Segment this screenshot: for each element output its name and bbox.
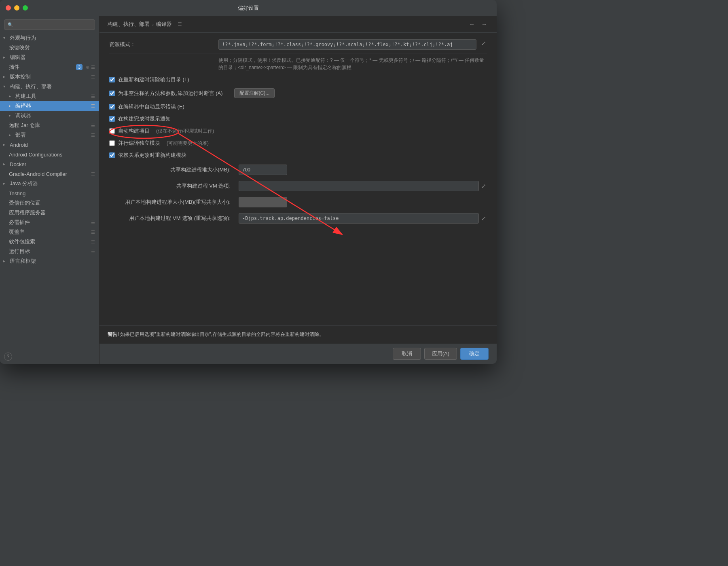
- vm-options-input[interactable]: [239, 181, 479, 191]
- footer: 取消 应用(A) 确定: [99, 343, 497, 364]
- checkbox-row-parallel-build: 并行编译独立模块 (可能需要更大的堆): [109, 139, 487, 148]
- content-wrapper: 构建、执行、部署 › 编译器 ☰ ← → 资源模式： ⤢ 使用；分隔: [99, 16, 497, 364]
- nav-back-button[interactable]: ←: [468, 20, 476, 28]
- checkbox-runtime-assertions[interactable]: [109, 91, 115, 96]
- search-icon: 🔍: [8, 22, 13, 27]
- hint-text: 使用；分隔模式，使用！求反模式。已接受通配符：? — 仅一个符号；* — 无或更…: [218, 57, 487, 71]
- user-vm-field-wrap: ⤢: [239, 213, 487, 224]
- sidebar-item-deployment[interactable]: 部署 ☰: [0, 130, 99, 140]
- coverage-icon: ☰: [91, 230, 95, 235]
- checkboxes-section: 在重新构建时清除输出目录 (L) 为非空注释的方法和参数,添加运行时断言 (A)…: [109, 75, 487, 160]
- chevron-java-analysis: [3, 181, 8, 186]
- sidebar-item-remote-jar[interactable]: 远程 Jar 仓库 ☰: [0, 120, 99, 130]
- sidebar-item-docker[interactable]: Docker: [0, 159, 99, 169]
- search-box[interactable]: 🔍: [4, 19, 95, 30]
- warning-box: 警告! 如果已启用选项"重新构建时清除输出目录",存储生成源的目录的全部内容将在…: [99, 325, 497, 343]
- user-vm-expand-btn[interactable]: ⤢: [480, 214, 487, 222]
- sidebar-item-pkg-search[interactable]: 软件包搜索 ☰: [0, 237, 99, 247]
- nav-forward-button[interactable]: →: [480, 20, 489, 28]
- cancel-button[interactable]: 取消: [393, 348, 421, 360]
- close-button[interactable]: [6, 5, 11, 11]
- checkbox-row-auto-build: 自动构建项目 (仅在不运行/不调试时工作): [109, 127, 487, 135]
- checkbox-dep-rebuild[interactable]: [109, 152, 115, 158]
- remote-jar-icon: ☰: [91, 123, 95, 128]
- sidebar-item-required-plugins[interactable]: 必需插件 ☰: [0, 218, 99, 227]
- user-heap-input[interactable]: [239, 197, 287, 207]
- required-plugins-icon: ☰: [91, 220, 95, 225]
- chevron-editor: [3, 55, 8, 60]
- content-header: 构建、执行、部署 › 编译器 ☰ ← →: [99, 16, 497, 33]
- checkbox-row-build-notify: 在构建完成时显示通知: [109, 114, 487, 123]
- window-title: 偏好设置: [238, 4, 259, 12]
- sidebar-label-java-analysis: Java 分析器: [10, 180, 38, 187]
- maximize-button[interactable]: [23, 5, 28, 11]
- sidebar-label-trusted-loc: 受信任的位置: [9, 199, 40, 207]
- search-input[interactable]: [16, 22, 91, 27]
- content-body: 资源模式： ⤢ 使用；分隔模式，使用！求反模式。已接受通配符：? — 仅一个符号…: [99, 33, 497, 325]
- sidebar-item-android[interactable]: Android: [0, 140, 99, 150]
- resource-pattern-input[interactable]: [218, 39, 476, 50]
- sidebar-item-vcs[interactable]: 版本控制 ☰: [0, 72, 99, 82]
- shared-heap-label: 共享构建进程堆大小(MB):: [109, 166, 235, 173]
- checkbox-label-runtime-assertions: 为非空注释的方法和参数,添加运行时断言 (A): [118, 90, 223, 97]
- sidebar-item-build[interactable]: 构建、执行、部署: [0, 82, 99, 91]
- parallel-build-note: (可能需要更大的堆): [167, 140, 209, 147]
- sidebar-label-remote-jar: 远程 Jar 仓库: [9, 122, 40, 129]
- sidebar-item-java-analysis[interactable]: Java 分析器: [0, 179, 99, 188]
- sidebar-label-compiler: 编译器: [15, 102, 31, 110]
- sidebar-label-docker: Docker: [10, 161, 26, 167]
- minimize-button[interactable]: [14, 5, 19, 11]
- sidebar-label-android: Android: [10, 142, 28, 148]
- sidebar-item-plugins[interactable]: 插件 3 ⊕ ☰: [0, 62, 99, 72]
- compiler-settings-icon: ☰: [91, 103, 95, 109]
- sidebar-item-trusted-loc[interactable]: 受信任的位置: [0, 198, 99, 208]
- checkbox-row-dep-rebuild: 依赖关系更改时重新构建模块: [109, 151, 487, 160]
- warning-title: 警告!: [108, 332, 119, 337]
- checkbox-show-errors[interactable]: [109, 104, 115, 110]
- apply-button[interactable]: 应用(A): [424, 348, 457, 360]
- sidebar-item-compiler[interactable]: 编译器 ☰: [0, 101, 99, 111]
- sidebar-label-build-tools: 构建工具: [15, 93, 36, 100]
- resource-pattern-expand-btn[interactable]: ⤢: [480, 39, 487, 47]
- sidebar-label-build: 构建、执行、部署: [10, 83, 52, 90]
- plugins-badge: 3: [76, 64, 83, 70]
- sidebar-item-keymaps[interactable]: 按键映射: [0, 43, 99, 53]
- sidebar-item-app-servers[interactable]: 应用程序服务器: [0, 208, 99, 218]
- vm-options-expand-btn[interactable]: ⤢: [480, 182, 487, 190]
- vm-options-field-wrap: ⤢: [239, 181, 487, 191]
- ok-button[interactable]: 确定: [460, 348, 489, 360]
- vcs-settings-icon: ☰: [91, 74, 95, 80]
- user-heap-label: 用户本地构建进程堆大小(MB)(重写共享大小):: [109, 199, 235, 206]
- config-annotations-button[interactable]: 配置注解(C)...: [234, 88, 275, 98]
- chevron-android: [3, 142, 8, 147]
- sidebar-item-coverage[interactable]: 覆盖率 ☰: [0, 227, 99, 237]
- pkg-search-icon: ☰: [91, 239, 95, 245]
- checkbox-build-notify[interactable]: [109, 116, 115, 122]
- user-vm-input[interactable]: [239, 213, 479, 224]
- checkbox-auto-build[interactable]: [109, 128, 115, 134]
- field-row-shared-heap: 共享构建进程堆大小(MB):: [109, 165, 487, 175]
- sidebar-list: 外观与行为 按键映射 编辑器 插件 3 ⊕ ☰ 版本控制 ☰: [0, 33, 99, 349]
- chevron-debugger: [9, 113, 14, 118]
- checkbox-parallel-build[interactable]: [109, 140, 115, 146]
- sidebar-item-editor[interactable]: 编辑器: [0, 53, 99, 62]
- sidebar-label-editor: 编辑器: [10, 54, 25, 61]
- sidebar-item-android-configs[interactable]: Android Configurations: [0, 150, 99, 159]
- checkbox-clear-output[interactable]: [109, 77, 115, 82]
- shared-heap-input[interactable]: [239, 165, 287, 175]
- help-button[interactable]: ?: [4, 353, 12, 361]
- sidebar-item-build-tools[interactable]: 构建工具 ☰: [0, 91, 99, 101]
- sidebar-label-plugins: 插件: [9, 63, 19, 71]
- sidebar-label-required-plugins: 必需插件: [9, 219, 30, 226]
- sidebar-item-lang-frameworks[interactable]: 语言和框架: [0, 256, 99, 266]
- auto-build-note: (仅在不运行/不调试时工作): [156, 128, 214, 135]
- sidebar-item-testing[interactable]: Testing: [0, 188, 99, 198]
- sidebar-item-gradle-compiler[interactable]: Gradle-Android Compiler ☰: [0, 169, 99, 179]
- sidebar-label-vcs: 版本控制: [10, 73, 31, 80]
- sidebar-item-run-targets[interactable]: 运行目标 ☰: [0, 247, 99, 256]
- field-row-user-heap: 用户本地构建进程堆大小(MB)(重写共享大小):: [109, 197, 487, 207]
- sidebar-item-debugger[interactable]: 调试器: [0, 111, 99, 120]
- chevron-lang-frameworks: [3, 259, 8, 264]
- sidebar-item-appearance[interactable]: 外观与行为: [0, 33, 99, 43]
- sidebar-label-deployment: 部署: [15, 131, 26, 139]
